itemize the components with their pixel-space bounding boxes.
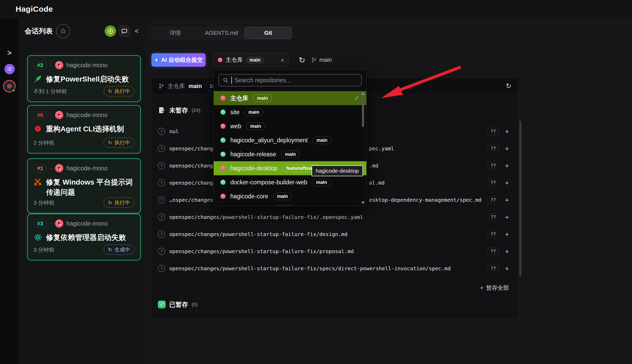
file-status-badge: ?? <box>488 179 499 186</box>
scroll-down-arrow[interactable] <box>361 201 365 204</box>
repository-select[interactable]: 主仓库 main ∧ <box>213 53 288 67</box>
text-cursor <box>231 77 232 84</box>
dropdown-scrollbar[interactable] <box>361 92 365 204</box>
repo-item-name: hagicode-desktop <box>230 165 278 172</box>
branch-icon <box>311 57 317 63</box>
scroll-up-arrow[interactable] <box>361 92 365 95</box>
stage-file-button[interactable]: + <box>505 213 509 221</box>
panel-refresh-icon[interactable]: ↻ <box>506 82 512 90</box>
repo-item-name: docker-compose-builder-web <box>230 179 307 186</box>
repo-item[interactable]: hagicode-release main <box>214 147 366 161</box>
untracked-icon: ? <box>158 265 165 272</box>
session-title: 修复 Windows 平台提示词传递问题 <box>46 177 135 197</box>
stage-file-button[interactable]: + <box>505 265 509 273</box>
status-badge: ↻ 执行中 <box>104 198 135 208</box>
untracked-icon: ? <box>158 179 165 186</box>
favorite-star-button[interactable]: ☆ <box>56 24 70 38</box>
chevron-up-icon: ∧ <box>281 57 284 63</box>
repo-search-box[interactable] <box>218 74 362 86</box>
session-number-badge: #1 <box>33 164 47 172</box>
repo-item-branch: main <box>253 95 272 102</box>
collapse-sidebar-icon[interactable]: < <box>135 27 139 35</box>
session-card[interactable]: #3 · hagicode-mono 修复依赖管理器启动失败 3 分钟前 ↻ 生… <box>27 214 141 260</box>
repo-item-name: hagicode_aliyun_deployment <box>230 137 308 144</box>
status-badge: ↻ 执行中 <box>104 86 135 96</box>
tab-agents-md[interactable]: AGENTS.md <box>198 27 245 39</box>
list-icon <box>7 66 12 72</box>
session-number-badge: #3 <box>33 219 47 228</box>
stage-file-button[interactable]: + <box>505 127 509 136</box>
session-number-badge: #0 <box>33 111 47 119</box>
spinner-icon: ↻ <box>108 140 112 146</box>
status-text: 执行中 <box>115 139 130 146</box>
panel-repo-name: 主仓库 <box>168 82 185 90</box>
file-status-badge: ?? <box>488 213 499 221</box>
repo-search-input[interactable] <box>234 77 358 84</box>
scrollbar-thumb[interactable] <box>362 96 364 127</box>
tab-details[interactable]: 详情 <box>152 27 198 39</box>
stage-file-button[interactable]: + <box>505 247 509 255</box>
untracked-icon: ? <box>158 248 165 255</box>
refresh-icon: ↻ <box>299 56 305 65</box>
refresh-repos-button[interactable]: ↻ <box>295 53 309 67</box>
repo-item-branch: main <box>244 109 264 116</box>
flower-star-icon <box>33 124 42 133</box>
staged-label: 已暂存 <box>169 300 188 309</box>
repo-item[interactable]: site main <box>214 105 366 119</box>
file-status-badge: ?? <box>488 145 499 152</box>
new-session-button[interactable] <box>105 25 116 37</box>
ai-button-label: AI 自动组合提交 <box>161 56 203 64</box>
unstaged-count: (24) <box>192 107 200 113</box>
file-path: …nspec/changes <box>169 197 213 203</box>
stage-all-button[interactable]: + 暂存全部 <box>480 284 509 292</box>
repo-item[interactable]: web main <box>214 119 366 133</box>
repo-color-dot <box>220 124 226 129</box>
file-row[interactable]: ? openspec/changes/powershell-startup-fa… <box>152 260 518 277</box>
session-list-button[interactable] <box>4 64 15 74</box>
repo-item[interactable]: docker-compose-builder-web main <box>214 175 366 189</box>
file-path-fragment: pec.yaml <box>369 145 394 152</box>
repo-item[interactable]: hagicode_aliyun_deployment main <box>214 133 366 147</box>
repo-color-dot <box>220 166 226 171</box>
star-icon: ☆ <box>60 27 66 35</box>
panel-scrollbar[interactable] <box>519 121 521 277</box>
current-branch-indicator: main <box>311 53 332 67</box>
separator-dot: · <box>50 112 52 118</box>
spinner-icon: ↻ <box>108 200 112 206</box>
session-title: 修复依赖管理器启动失败 <box>46 232 126 242</box>
repo-color-dot <box>220 138 226 143</box>
repo-name: hagicode-mono <box>66 220 108 227</box>
tab-git[interactable]: Git <box>245 27 292 39</box>
untracked-icon: ? <box>158 213 165 221</box>
stage-file-button[interactable]: + <box>505 162 509 170</box>
session-card[interactable]: #2 · hagicode-mono 修复PowerShell启动失败 不到 1… <box>27 55 141 102</box>
project-avatar[interactable] <box>3 80 16 92</box>
session-time: 3 分钟前 <box>33 246 55 253</box>
plus-icon: + <box>480 285 483 291</box>
circle-plus-icon <box>107 28 114 35</box>
stage-file-button[interactable]: + <box>505 145 509 153</box>
file-row[interactable]: ? openspec/changes/powershell-startup-fa… <box>152 208 518 226</box>
chat-button[interactable] <box>119 25 130 37</box>
separator-dot: · <box>50 165 52 172</box>
detail-tabs: 详情 AGENTS.md Git <box>151 26 293 40</box>
ai-auto-commit-button[interactable]: ✦ AI 自动组合提交 <box>151 53 206 67</box>
stage-file-button[interactable]: + <box>505 179 509 187</box>
expand-rail-icon[interactable]: > <box>0 49 19 57</box>
session-card[interactable]: #0 · hagicode-mono 重构Agent CLI选择机制 2 分钟前… <box>27 105 141 153</box>
stage-file-button[interactable]: + <box>505 196 509 204</box>
stage-file-button[interactable]: + <box>505 230 509 238</box>
repo-item[interactable]: 主仓库 main ✓ <box>214 91 366 105</box>
staged-section-header[interactable]: ✓ 已暂存 (0) <box>158 300 198 309</box>
file-row[interactable]: ? openspec/changes/powershell-startup-fa… <box>152 226 518 243</box>
selected-check-icon: ✓ <box>354 94 360 102</box>
file-row[interactable]: ? openspec/changes/powershell-startup-fa… <box>152 243 518 260</box>
file-path: openspec/changes/powershell-startup-fail… <box>169 265 451 272</box>
file-status-badge: ?? <box>488 265 499 272</box>
session-card[interactable]: #1 · hagicode-mono 修复 Windows 平台提示词传递问题 … <box>27 158 141 213</box>
file-status-badge: ?? <box>488 196 499 204</box>
repo-item[interactable]: hagicode-core main <box>214 189 366 203</box>
online-status-dot <box>11 88 16 92</box>
repo-name: hagicode-mono <box>66 62 108 69</box>
repo-item-branch: main <box>273 193 292 200</box>
